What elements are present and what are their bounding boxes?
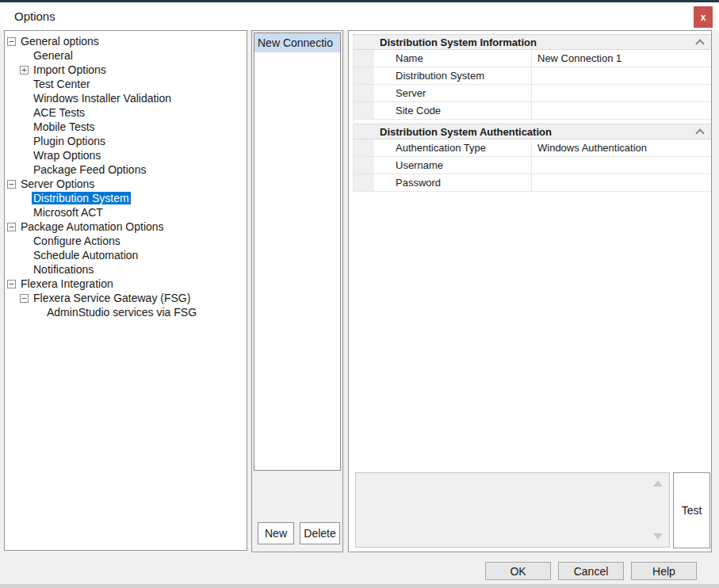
- property-value[interactable]: [532, 102, 711, 119]
- tree-item-label: General: [32, 49, 75, 62]
- tree-item-label: Plugin Options: [32, 135, 107, 147]
- ok-button[interactable]: OK: [485, 562, 551, 580]
- property-value[interactable]: [532, 85, 711, 101]
- close-button[interactable]: x: [694, 6, 713, 28]
- tree-item-label: Flexera Service Gateway (FSG): [32, 292, 192, 304]
- row-gutter: [354, 102, 373, 119]
- tree-item-label: Mobile Tests: [32, 120, 97, 133]
- chevron-up-icon[interactable]: [695, 128, 704, 137]
- tree-item-label: Package Automation Options: [19, 220, 166, 233]
- property-value[interactable]: [532, 174, 711, 191]
- row-gutter: [354, 157, 373, 174]
- new-button[interactable]: New: [258, 522, 294, 544]
- property-value[interactable]: New Connection 1: [532, 50, 711, 67]
- test-button[interactable]: Test: [673, 472, 710, 548]
- options-tree: − General options General + Import Optio…: [4, 30, 247, 551]
- property-row-distribution-system: Distribution System: [354, 67, 711, 85]
- tree-item-label: Package Feed Options: [32, 163, 147, 176]
- tree-item-general[interactable]: General: [5, 48, 247, 63]
- cancel-button[interactable]: Cancel: [558, 562, 624, 580]
- tree-item-flexera-integration[interactable]: − Flexera Integration: [5, 277, 247, 291]
- window-title: Options: [14, 10, 55, 23]
- section-title: Distribution System Authentication: [380, 126, 552, 138]
- property-row-username: Username: [354, 157, 711, 174]
- tree-collapse-icon[interactable]: −: [20, 294, 29, 303]
- tree-collapse-icon[interactable]: −: [7, 37, 16, 46]
- tree-item-distribution-system[interactable]: Distribution System: [5, 191, 247, 205]
- tree-expand-icon[interactable]: +: [20, 66, 29, 74]
- tree-item-test-center[interactable]: Test Center: [5, 77, 247, 91]
- property-value[interactable]: [532, 157, 711, 174]
- titlebar[interactable]: Options x: [0, 2, 719, 30]
- row-gutter: [354, 85, 373, 101]
- scroll-down-icon[interactable]: [653, 533, 663, 540]
- tree-item-wrap-options[interactable]: Wrap Options: [5, 148, 247, 162]
- tree-collapse-icon[interactable]: −: [7, 223, 16, 231]
- window-bottom-edge: [0, 584, 719, 588]
- property-value[interactable]: [532, 67, 711, 84]
- property-row-name: Name New Connection 1: [354, 50, 711, 67]
- scroll-up-icon[interactable]: [653, 480, 663, 487]
- row-gutter: [354, 67, 373, 84]
- row-gutter: [354, 50, 373, 67]
- tree-item-configure-actions[interactable]: Configure Actions: [5, 234, 247, 248]
- property-label: Site Code: [373, 102, 532, 119]
- tree-item-label: Windows Installer Validation: [32, 92, 173, 105]
- tree-item-general-options[interactable]: − General options: [5, 34, 247, 48]
- tree-item-label: Distribution System: [32, 192, 131, 204]
- details-panel: Distribution System Information Name New…: [348, 30, 712, 552]
- row-gutter: [354, 174, 373, 191]
- tree-item-mobile-tests[interactable]: Mobile Tests: [5, 120, 247, 134]
- tree-item-label: Flexera Integration: [19, 277, 115, 290]
- section-distribution-system-information: Distribution System Information Name New…: [354, 35, 711, 120]
- tree-item-package-feed-options[interactable]: Package Feed Options: [5, 162, 247, 177]
- connections-list[interactable]: New Connectio: [254, 32, 341, 471]
- property-row-authentication-type: Authentication Type Windows Authenticati…: [354, 139, 711, 157]
- tree-item-label: Test Center: [32, 78, 92, 90]
- property-row-server: Server: [354, 85, 711, 102]
- tree-collapse-icon[interactable]: −: [7, 280, 16, 288]
- tree-item-adminstudio-services-via-fsg[interactable]: AdminStudio services via FSG: [5, 305, 247, 319]
- tree-item-label: Import Options: [32, 63, 108, 76]
- tree-item-import-options[interactable]: + Import Options: [5, 63, 247, 77]
- tree-item-label: Notifications: [32, 263, 95, 276]
- section-distribution-system-authentication: Distribution System Authentication Authe…: [354, 124, 711, 192]
- connections-panel: New Connectio New Delete: [251, 30, 343, 552]
- section-header[interactable]: Distribution System Authentication: [354, 124, 711, 139]
- tree-item-label: AdminStudio services via FSG: [45, 306, 198, 319]
- property-label: Username: [373, 157, 532, 174]
- connection-list-item[interactable]: New Connectio: [254, 33, 340, 52]
- section-title: Distribution System Information: [380, 36, 537, 48]
- tree-item-label: ACE Tests: [32, 106, 86, 119]
- property-label: Distribution System: [373, 67, 532, 84]
- property-value[interactable]: Windows Authentication: [532, 139, 711, 156]
- tree-collapse-icon[interactable]: −: [7, 180, 16, 189]
- tree-item-microsoft-act[interactable]: Microsoft ACT: [5, 205, 247, 220]
- tree-item-flexera-service-gateway[interactable]: − Flexera Service Gateway (FSG): [5, 291, 247, 305]
- property-label: Password: [373, 174, 532, 191]
- tree-item-package-automation-options[interactable]: − Package Automation Options: [5, 220, 247, 234]
- property-grid: Distribution System Information Name New…: [353, 34, 711, 192]
- property-label: Name: [373, 50, 532, 67]
- tree-item-label: Configure Actions: [32, 235, 122, 247]
- section-header[interactable]: Distribution System Information: [354, 35, 711, 50]
- close-icon: x: [701, 13, 706, 22]
- property-label: Server: [373, 85, 532, 101]
- tree-item-label: Wrap Options: [32, 149, 102, 162]
- chevron-up-icon[interactable]: [695, 39, 704, 48]
- tree-item-plugin-options[interactable]: Plugin Options: [5, 134, 247, 148]
- tree-item-server-options[interactable]: − Server Options: [5, 177, 247, 191]
- tree-item-windows-installer-validation[interactable]: Windows Installer Validation: [5, 91, 247, 105]
- test-output-box: [355, 472, 670, 548]
- tree-item-ace-tests[interactable]: ACE Tests: [5, 105, 247, 120]
- tree-item-label: General options: [19, 35, 101, 48]
- tree-item-notifications[interactable]: Notifications: [5, 262, 247, 277]
- tree-item-label: Server Options: [19, 178, 96, 190]
- property-label: Authentication Type: [373, 139, 532, 156]
- property-row-site-code: Site Code: [354, 102, 711, 120]
- property-row-password: Password: [354, 174, 711, 192]
- tree-item-label: Schedule Automation: [32, 249, 140, 262]
- tree-item-schedule-automation[interactable]: Schedule Automation: [5, 248, 247, 262]
- help-button[interactable]: Help: [631, 562, 697, 580]
- delete-button[interactable]: Delete: [300, 522, 340, 544]
